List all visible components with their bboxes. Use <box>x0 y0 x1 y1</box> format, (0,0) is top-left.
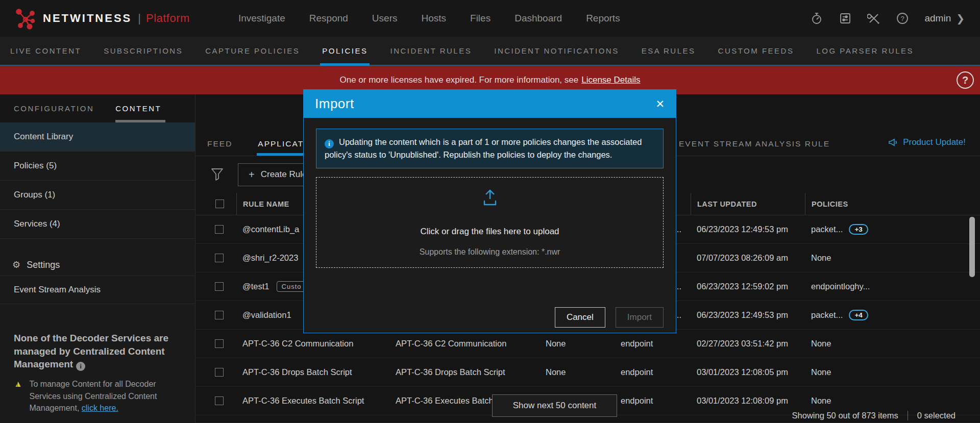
policies-cell: endpointloghy... <box>805 282 980 291</box>
row-checkbox[interactable] <box>215 368 224 377</box>
dialog-title: Import <box>315 96 354 112</box>
last-updated-cell: 06/23/2023 12:49:53 pm <box>691 225 805 234</box>
import-dialog: Import ✕ iUpdating the content which is … <box>303 89 676 333</box>
header-policies[interactable]: POLICIES <box>805 193 980 215</box>
subnav-item-capture-policies[interactable]: CAPTURE POLICIES <box>205 37 300 65</box>
last-updated-cell: 03/01/2023 12:08:05 pm <box>691 367 805 377</box>
status-bar: Showing 50 out of 873 items 0 selected <box>792 411 955 420</box>
last-updated-cell: 02/27/2023 03:51:42 pm <box>691 339 805 349</box>
sidebar-item-policies-5[interactable]: Policies (5) <box>0 152 195 181</box>
header-checkbox-cell <box>195 193 236 215</box>
sidebar-tab-content[interactable]: CONTENT <box>115 94 161 122</box>
info-message: iUpdating the content which is a part of… <box>316 129 664 168</box>
warning-text: To manage Content for all Decoder Servic… <box>30 378 182 414</box>
subnav-item-incident-notifications[interactable]: INCIDENT NOTIFICATIONS <box>494 37 619 65</box>
sidebar-tabs: CONFIGURATIONCONTENT <box>0 94 195 122</box>
nav-item-reports[interactable]: Reports <box>586 13 620 24</box>
decoder-services-note: None of the Decoder Services are managed… <box>0 304 195 414</box>
table-row[interactable]: APT-C-36 C2 CommunicationAPT-C-36 C2 Com… <box>195 330 980 358</box>
policies-cell: None <box>805 396 980 406</box>
policies-cell: None <box>805 367 980 377</box>
rule-name-cell: APT-C-36 Executes Batch Script <box>236 396 389 406</box>
nav-item-respond[interactable]: Respond <box>309 13 348 24</box>
policies-count-badge[interactable]: +4 <box>849 310 868 320</box>
sidebar-item-content-library[interactable]: Content Library <box>0 122 195 152</box>
custom-tag-badge: Custo <box>277 281 307 292</box>
brand-separator: | <box>138 12 141 25</box>
sidebar-item-services-4[interactable]: Services (4) <box>0 210 195 239</box>
medium-cell: endpoint <box>615 367 691 377</box>
info-icon[interactable]: i <box>76 362 85 371</box>
brand-product: Platform <box>146 12 190 25</box>
policies-cell: None <box>805 339 980 349</box>
user-menu[interactable]: admin ❯ <box>924 12 965 24</box>
help-icon[interactable]: ? <box>896 12 909 25</box>
import-button[interactable]: Import <box>616 307 664 328</box>
live-services-icon[interactable] <box>839 12 852 25</box>
row-checkbox[interactable] <box>215 339 224 348</box>
table-row[interactable]: APT-C-36 Drops Batch ScriptAPT-C-36 Drop… <box>195 358 980 387</box>
show-next-button[interactable]: Show next 50 content <box>492 394 617 417</box>
tab-event-stream-analysis-rule[interactable]: EVENT STREAM ANALYSIS RULE <box>679 139 830 148</box>
note-heading: None of the Decoder Services are managed… <box>14 332 182 371</box>
chevron-right-icon: ❯ <box>956 12 965 24</box>
secondary-nav: LIVE CONTENTSUBSCRIPTIONSCAPTURE POLICIE… <box>0 37 980 66</box>
product-update-link[interactable]: Product Update! <box>888 137 966 147</box>
sidebar-item-event-stream-analysis[interactable]: Event Stream Analysis <box>0 276 195 304</box>
info-icon: i <box>325 139 334 148</box>
top-navigation-bar: NETWITNESS | Platform InvestigateRespond… <box>0 0 980 37</box>
col3-cell: None <box>540 367 615 377</box>
admin-tools-icon[interactable] <box>867 12 880 25</box>
settings-label: Settings <box>27 260 60 270</box>
warning-icon: ▲! <box>14 378 24 414</box>
nav-item-dashboard[interactable]: Dashboard <box>514 13 562 24</box>
vertical-scrollbar[interactable] <box>969 217 975 277</box>
license-details-link[interactable]: License Details <box>581 75 640 85</box>
megaphone-icon <box>888 138 898 147</box>
dropzone-extensions: Supports the following extension: *.nwr <box>316 247 663 257</box>
sidebar-item-settings[interactable]: ⚙ Settings <box>0 254 195 276</box>
display-name-cell: APT-C-36 Drops Batch Script <box>389 367 540 377</box>
nav-item-investigate[interactable]: Investigate <box>238 13 285 24</box>
nav-item-hosts[interactable]: Hosts <box>421 13 446 24</box>
row-checkbox[interactable] <box>215 311 224 319</box>
policies-cell: packet...+3 <box>805 224 980 235</box>
cancel-button[interactable]: Cancel <box>555 307 605 328</box>
subnav-item-esa-rules[interactable]: ESA RULES <box>642 37 696 65</box>
last-updated-cell: 07/07/2023 08:26:09 am <box>691 253 805 263</box>
svg-text:?: ? <box>901 15 904 22</box>
banner-help-icon[interactable]: ? <box>957 71 974 89</box>
col3-cell: None <box>540 339 615 349</box>
subnav-item-custom-feeds[interactable]: CUSTOM FEEDS <box>718 37 794 65</box>
sidebar-tab-configuration[interactable]: CONFIGURATION <box>14 94 94 122</box>
row-checkbox[interactable] <box>215 396 224 405</box>
subnav-item-log-parser-rules[interactable]: LOG PARSER RULES <box>816 37 914 65</box>
subnav-item-policies[interactable]: POLICIES <box>322 37 368 65</box>
nav-item-files[interactable]: Files <box>470 13 491 24</box>
row-checkbox[interactable] <box>215 282 224 291</box>
row-checkbox[interactable] <box>215 225 224 234</box>
subnav-item-incident-rules[interactable]: INCIDENT RULES <box>390 37 472 65</box>
display-name-cell: APT-C-36 C2 Communication <box>389 339 540 349</box>
header-last-updated[interactable]: LAST UPDATED <box>691 193 805 215</box>
subnav-item-subscriptions[interactable]: SUBSCRIPTIONS <box>104 37 183 65</box>
banner-text: One or more licenses have expired. For m… <box>340 75 579 85</box>
row-checkbox[interactable] <box>215 254 224 262</box>
policies-count-badge[interactable]: +3 <box>849 224 868 235</box>
file-dropzone[interactable]: Click or drag the files here to upload S… <box>316 177 664 268</box>
rule-name-cell: APT-C-36 C2 Communication <box>236 339 389 349</box>
sidebar-item-groups-1[interactable]: Groups (1) <box>0 181 195 210</box>
showing-count: Showing 50 out of 873 items <box>792 411 898 420</box>
filter-icon[interactable] <box>211 168 224 181</box>
subnav-item-live-content[interactable]: LIVE CONTENT <box>10 37 81 65</box>
gear-icon: ⚙ <box>12 259 20 270</box>
nav-item-users[interactable]: Users <box>372 13 398 24</box>
timer-icon[interactable] <box>810 12 823 25</box>
policies-cell: None <box>805 253 980 263</box>
netwitness-brand: NETWITNESS | Platform <box>14 7 190 30</box>
select-all-checkbox[interactable] <box>215 200 224 208</box>
click-here-link[interactable]: click here. <box>82 404 118 412</box>
dropzone-text: Click or drag the files here to upload <box>316 227 663 237</box>
tab-feed[interactable]: FEED <box>207 139 232 148</box>
close-icon[interactable]: ✕ <box>655 98 665 110</box>
